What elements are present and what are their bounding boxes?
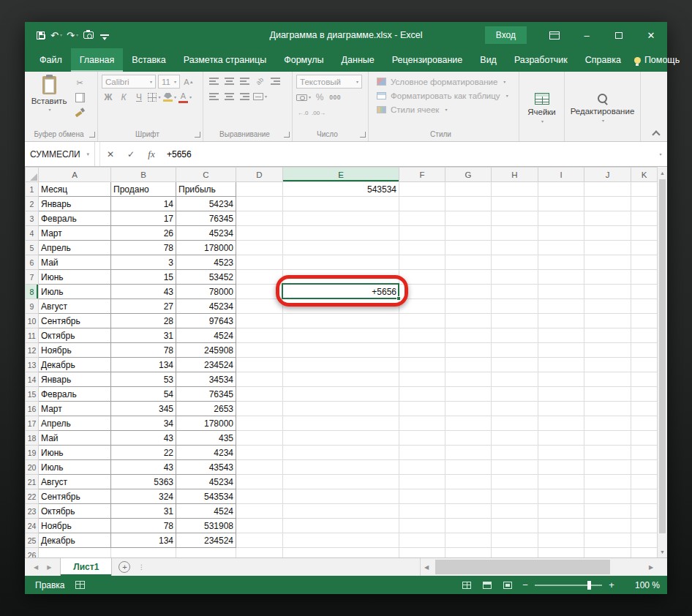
row-header-26[interactable]: 26 [26,548,39,558]
cell-D23[interactable] [236,504,283,519]
cell-I6[interactable] [538,255,584,270]
cell-D22[interactable] [236,489,283,504]
cell-F23[interactable] [399,504,445,519]
enter-button[interactable]: ✓ [121,142,141,166]
cell-A10[interactable]: Сентябрь [39,314,111,328]
cell-K16[interactable] [631,402,658,416]
cell-J19[interactable] [584,446,631,460]
cell-A3[interactable]: Февраль [39,211,111,226]
cell-K12[interactable] [631,343,658,358]
cell-I26[interactable] [538,548,584,558]
wrap-text-button[interactable] [268,75,282,88]
cell-B13[interactable]: 134 [111,358,176,372]
cell-J5[interactable] [584,241,631,255]
cell-B11[interactable]: 31 [111,328,176,343]
italic-button[interactable]: К [117,91,130,104]
cell-F9[interactable] [399,299,445,314]
column-header-F[interactable]: F [399,168,445,182]
cell-H24[interactable] [492,519,538,533]
cell-C3[interactable]: 76345 [176,211,236,226]
cell-H13[interactable] [492,358,538,372]
row-header-3[interactable]: 3 [26,211,39,226]
cell-H11[interactable] [492,328,538,343]
increase-font-button[interactable]: А▲ [182,75,195,89]
cell-J18[interactable] [584,431,631,446]
cell-G20[interactable] [445,460,492,475]
cell-I13[interactable] [538,358,584,372]
cell-G9[interactable] [445,299,492,314]
number-dialog-launcher[interactable] [360,132,366,138]
cell-G2[interactable] [445,197,492,211]
cell-A11[interactable]: Октябрь [39,328,111,343]
cell-H5[interactable] [492,241,538,255]
tab-developer[interactable]: Разработчик [505,48,576,72]
cell-G5[interactable] [445,241,492,255]
cell-J25[interactable] [584,533,631,548]
column-header-D[interactable]: D [236,168,283,182]
cell-F6[interactable] [399,255,445,270]
cell-E6[interactable] [283,255,399,270]
cell-I20[interactable] [538,460,584,475]
cell-E17[interactable] [283,416,399,431]
cell-D7[interactable] [236,270,283,285]
cell-F19[interactable] [399,446,445,460]
tell-me-button[interactable]: Помощь [630,55,684,65]
cell-C6[interactable]: 4523 [176,255,236,270]
cell-E12[interactable] [283,343,399,358]
cell-B18[interactable]: 43 [111,431,176,446]
cell-G14[interactable] [445,372,492,387]
cell-H2[interactable] [492,197,538,211]
formula-input[interactable]: +5656 [162,142,652,166]
cell-B22[interactable]: 324 [111,489,176,504]
cell-H3[interactable] [492,211,538,226]
comma-style-button[interactable]: 000 [328,91,342,104]
cell-F5[interactable] [399,241,445,255]
cell-G25[interactable] [445,533,492,548]
cell-D3[interactable] [236,211,283,226]
qat-customize-button[interactable] [97,25,113,45]
font-color-button[interactable]: А▾ [178,91,192,104]
cell-E14[interactable] [283,372,399,387]
clipboard-dialog-launcher[interactable] [89,132,95,138]
cell-D25[interactable] [236,533,283,548]
cell-F17[interactable] [399,416,445,431]
scroll-right-button[interactable]: ▶ [645,558,657,576]
cell-J22[interactable] [584,489,631,504]
collapse-ribbon-button[interactable] [650,128,663,138]
align-middle-button[interactable] [222,75,236,88]
row-header-15[interactable]: 15 [26,387,39,402]
normal-view-button[interactable] [456,576,477,594]
cell-C24[interactable]: 531908 [176,519,236,533]
minimize-button[interactable]: – [571,22,603,48]
save-button[interactable] [32,25,48,45]
cell-A5[interactable]: Апрель [39,241,111,255]
column-header-B[interactable]: B [111,168,176,182]
cell-H10[interactable] [492,314,538,328]
cell-C22[interactable]: 543534 [176,489,236,504]
cell-H20[interactable] [492,460,538,475]
cell-F16[interactable] [399,402,445,416]
cell-C4[interactable]: 45234 [176,226,236,241]
cell-A21[interactable]: Август [39,475,111,489]
cell-A12[interactable]: Ноябрь [39,343,111,358]
percent-style-button[interactable]: % [313,91,326,104]
cell-K22[interactable] [631,489,658,504]
cell-D20[interactable] [236,460,283,475]
macro-record-button[interactable] [75,581,85,589]
cell-B4[interactable]: 26 [111,226,176,241]
cell-E21[interactable] [283,475,399,489]
cell-D24[interactable] [236,519,283,533]
cell-A6[interactable]: Май [39,255,111,270]
cell-J26[interactable] [584,548,631,558]
bold-button[interactable]: Ж [102,91,115,104]
row-header-10[interactable]: 10 [26,314,39,328]
cell-H16[interactable] [492,402,538,416]
row-header-4[interactable]: 4 [26,226,39,241]
column-header-H[interactable]: H [492,168,538,182]
orientation-button[interactable]: ab [253,75,266,88]
cell-I21[interactable] [538,475,584,489]
cell-G17[interactable] [445,416,492,431]
cell-E10[interactable] [283,314,399,328]
cell-D19[interactable] [236,446,283,460]
add-sheet-button[interactable]: + [112,558,137,576]
